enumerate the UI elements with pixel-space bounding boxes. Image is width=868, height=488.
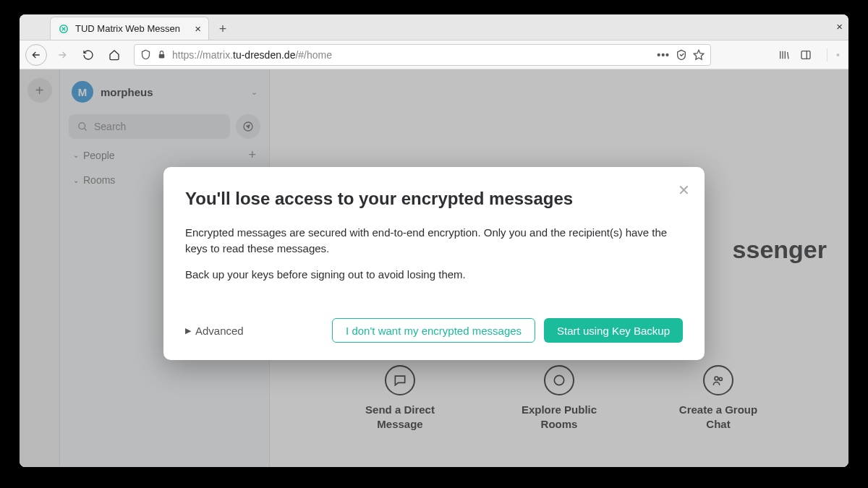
close-icon[interactable]: ✕ (678, 181, 690, 199)
lock-icon[interactable] (157, 50, 166, 59)
browser-tab[interactable]: TUD Matrix Web Messen × (50, 17, 209, 40)
tab-bar: TUD Matrix Web Messen × + × (20, 14, 848, 40)
key-backup-modal: ✕ You'll lose access to your encrypted m… (163, 167, 705, 360)
start-backup-button[interactable]: Start using Key Backup (544, 318, 683, 343)
home-button[interactable] (103, 44, 125, 66)
modal-title: You'll lose access to your encrypted mes… (185, 189, 683, 209)
triangle-right-icon: ▶ (185, 326, 191, 335)
new-tab-button[interactable]: + (212, 18, 234, 40)
meatball-icon[interactable]: ••• (657, 49, 670, 61)
forward-button (51, 44, 73, 66)
shield-icon[interactable] (140, 49, 151, 60)
decline-backup-button[interactable]: I don't want my encrypted messages (332, 318, 535, 343)
tab-title: TUD Matrix Web Messen (75, 23, 189, 34)
advanced-label: Advanced (195, 325, 244, 337)
svg-rect-1 (159, 54, 165, 58)
url-text: https://matrix.tu-dresden.de/#/home (172, 49, 651, 61)
modal-paragraph: Encrypted messages are secured with end-… (185, 225, 683, 257)
window-close-icon[interactable]: × (836, 20, 843, 33)
reload-button[interactable] (77, 44, 99, 66)
matrix-favicon-icon (58, 23, 69, 35)
advanced-toggle[interactable]: ▶ Advanced (185, 325, 244, 337)
browser-toolbar: https://matrix.tu-dresden.de/#/home ••• (20, 40, 848, 69)
svg-rect-2 (801, 51, 810, 59)
toolbar-right-icons (778, 48, 843, 61)
back-button[interactable] (25, 44, 47, 66)
bookmark-star-icon[interactable] (693, 49, 705, 61)
modal-overlay[interactable]: ✕ You'll lose access to your encrypted m… (20, 69, 848, 467)
sidebar-toggle-icon[interactable] (799, 48, 812, 61)
button-label: I don't want my encrypted messages (346, 325, 522, 337)
pocket-icon[interactable] (676, 49, 687, 61)
tab-close-icon[interactable]: × (195, 22, 201, 35)
hamburger-menu-icon[interactable] (827, 48, 840, 61)
button-label: Start using Key Backup (557, 325, 670, 337)
modal-paragraph: Back up your keys before signing out to … (185, 267, 683, 283)
browser-window: TUD Matrix Web Messen × + × https://matr… (20, 14, 848, 467)
url-bar[interactable]: https://matrix.tu-dresden.de/#/home ••• (134, 44, 711, 66)
library-icon[interactable] (778, 48, 791, 61)
